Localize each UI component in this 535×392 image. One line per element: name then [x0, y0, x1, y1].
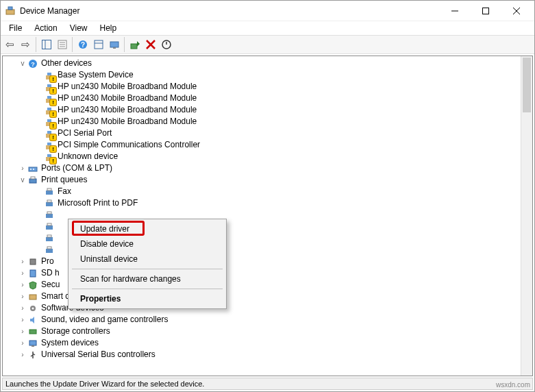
tree-item[interactable]: Fax [5, 186, 521, 197]
show-hide-tree-button[interactable] [38, 37, 54, 52]
svg-rect-6 [42, 40, 51, 49]
usb-icon [27, 350, 38, 360]
printer-icon [44, 210, 55, 221]
svg-rect-34 [46, 134, 53, 138]
device-tree-pane: v ? Other devices Base System Device HP … [2, 56, 533, 376]
svg-rect-51 [46, 225, 53, 230]
expand-icon[interactable]: › [18, 279, 27, 291]
printer-icon [44, 245, 55, 256]
ctx-properties[interactable]: Properties [71, 291, 224, 306]
nav-back-button[interactable] [2, 37, 18, 52]
tree-item[interactable]: PCI Simple Communications Controller [5, 139, 521, 151]
menu-file[interactable]: File [3, 22, 27, 34]
properties-button[interactable] [54, 37, 70, 52]
svg-rect-0 [6, 10, 14, 14]
tree-label: Secu [41, 279, 60, 291]
expand-icon[interactable]: › [18, 326, 27, 337]
tree-category-print-queues[interactable]: v Print queues [5, 174, 521, 186]
ctx-update-driver[interactable]: Update driver [71, 221, 224, 236]
tree-label: System devices [41, 337, 99, 349]
speaker-icon [27, 315, 38, 326]
menu-help[interactable]: Help [95, 22, 123, 34]
svg-rect-26 [46, 87, 53, 91]
tree-category-other-devices[interactable]: v ? Other devices [5, 58, 521, 69]
app-icon [5, 5, 16, 16]
scrollbar-thumb[interactable] [523, 58, 531, 112]
svg-rect-43 [29, 179, 36, 183]
expand-icon[interactable]: › [18, 267, 27, 279]
tree-item[interactable]: PCI Serial Port [5, 127, 521, 139]
device-warn-icon [44, 140, 55, 151]
tree-label: HP un2430 Mobile Broadband Module [58, 116, 197, 127]
svg-rect-17 [113, 47, 116, 49]
disable-button[interactable] [158, 37, 174, 52]
svg-rect-37 [47, 143, 51, 145]
svg-rect-39 [47, 154, 51, 157]
maximize-button[interactable] [470, 1, 501, 21]
tree-item[interactable]: HP un2430 Mobile Broadband Module [5, 93, 521, 104]
tree-category-usb[interactable]: ›Universal Serial Bus controllers [5, 349, 521, 360]
menu-view[interactable]: View [64, 22, 93, 34]
device-warn-icon [44, 128, 55, 139]
tree-item[interactable]: Base System Device [5, 69, 521, 81]
toolbar-button[interactable] [90, 37, 106, 52]
svg-rect-56 [47, 247, 51, 249]
nav-forward-button[interactable] [18, 37, 34, 52]
expand-icon[interactable]: › [18, 291, 27, 302]
svg-rect-28 [46, 99, 53, 103]
svg-rect-33 [47, 119, 51, 122]
vertical-scrollbar[interactable] [521, 56, 532, 376]
svg-text:?: ? [31, 61, 35, 68]
statusbar-text: Launches the Update Driver Wizard for th… [5, 380, 204, 388]
device-tree[interactable]: v ? Other devices Base System Device HP … [3, 56, 521, 376]
tree-item[interactable]: Microsoft Print to PDF [5, 197, 521, 209]
statusbar: Launches the Update Driver Wizard for th… [2, 378, 533, 390]
expand-icon[interactable]: › [18, 337, 27, 349]
tree-category-ports[interactable]: › Ports (COM & LPT) [5, 162, 521, 174]
expand-icon[interactable]: › [18, 256, 27, 267]
toolbar: ? [1, 35, 534, 54]
tree-item[interactable]: HP un2430 Mobile Broadband Module [5, 116, 521, 127]
expand-icon[interactable]: › [18, 314, 27, 326]
expand-icon[interactable]: v [18, 58, 27, 69]
tree-item[interactable]: Unknown device [5, 151, 521, 162]
context-menu-separator [72, 289, 223, 289]
svg-rect-49 [46, 214, 53, 218]
svg-rect-29 [47, 96, 51, 99]
uninstall-button[interactable] [142, 37, 158, 52]
tree-category-system[interactable]: ›System devices [5, 337, 521, 349]
toolbar-separator [124, 37, 125, 52]
svg-rect-18 [131, 44, 137, 49]
ctx-disable-device[interactable]: Disable device [71, 236, 224, 252]
gear-icon [27, 303, 38, 314]
svg-rect-14 [95, 40, 103, 49]
svg-point-41 [30, 169, 32, 170]
expand-icon[interactable]: › [18, 302, 27, 314]
tree-label: PCI Simple Communications Controller [58, 139, 200, 151]
tree-item[interactable]: HP un2430 Mobile Broadband Module [5, 81, 521, 93]
tree-category-storage[interactable]: ›Storage controllers [5, 326, 521, 337]
device-warn-icon [44, 70, 55, 81]
tree-label: SD h [41, 267, 60, 279]
minimize-button[interactable] [439, 1, 470, 21]
svg-rect-32 [46, 122, 53, 126]
menu-action[interactable]: Action [29, 22, 62, 34]
close-button[interactable] [501, 1, 532, 21]
device-warn-icon [44, 105, 55, 116]
expand-icon[interactable]: › [18, 349, 27, 360]
tree-label: Universal Serial Bus controllers [41, 349, 155, 360]
scan-hardware-button[interactable] [106, 37, 122, 52]
help-button[interactable]: ? [75, 37, 90, 52]
ctx-scan-hardware[interactable]: Scan for hardware changes [71, 271, 224, 286]
tree-label: Microsoft Print to PDF [58, 197, 138, 209]
expand-icon[interactable]: v [18, 174, 27, 186]
watermark: wsxdn.com [496, 381, 530, 389]
ctx-uninstall-device[interactable]: Uninstall device [71, 252, 224, 267]
update-driver-button[interactable] [127, 37, 142, 52]
shield-icon [27, 280, 38, 291]
expand-icon[interactable]: › [18, 162, 27, 174]
tree-label: Sound, video and game controllers [41, 314, 168, 326]
tree-item[interactable]: HP un2430 Mobile Broadband Module [5, 104, 521, 116]
tree-category-sound[interactable]: ›Sound, video and game controllers [5, 314, 521, 326]
tree-label: HP un2430 Mobile Broadband Module [58, 81, 197, 93]
